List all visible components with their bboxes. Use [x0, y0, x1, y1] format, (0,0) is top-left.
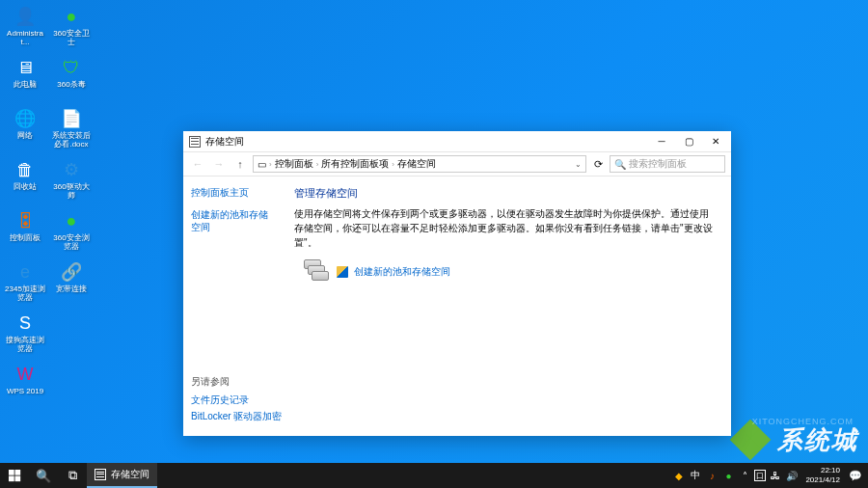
sidebar-home-link[interactable]: 控制面板主页	[191, 186, 272, 199]
see-also-header: 另请参阅	[191, 375, 287, 389]
content-description: 使用存储空间将文件保存到两个或更多驱动器，以便在驱动器发生故障时为你提供保护。通…	[294, 206, 717, 250]
breadcrumb-icon: ▭	[258, 159, 266, 170]
taskbar-clock[interactable]: 22:10 2021/4/12	[801, 466, 844, 484]
create-pool-action[interactable]: 创建新的池和存储空间	[304, 259, 717, 285]
breadcrumb[interactable]: ▭ › 控制面板 › 所有控制面板项 › 存储空间 ⌄	[253, 155, 586, 173]
forward-button[interactable]: →	[210, 155, 228, 173]
watermark-logo: 系统城	[731, 420, 858, 459]
minimize-button[interactable]: ─	[648, 132, 675, 151]
titlebar[interactable]: 存储空间 ─ ▢ ✕	[183, 131, 731, 152]
disks-icon	[304, 259, 331, 285]
sidebar-create-link[interactable]: 创建新的池和存储空间	[191, 208, 272, 233]
desktop-icon-recycle[interactable]: 🗑回收站	[5, 158, 45, 204]
search-icon: 🔍	[614, 159, 626, 170]
refresh-button[interactable]: ⟳	[590, 156, 606, 172]
see-also-file-history[interactable]: 文件历史记录	[191, 393, 287, 406]
up-button[interactable]: ↑	[231, 155, 249, 173]
task-view-button[interactable]: ⧉	[58, 463, 87, 488]
desktop-icon-sogou[interactable]: S搜狗高速浏览器	[5, 312, 45, 358]
tray-network-icon[interactable]: 🖧	[769, 469, 782, 482]
desktop-icon-administrator[interactable]: 👤Administrat...	[5, 5, 45, 51]
storage-spaces-window: 存储空间 ─ ▢ ✕ ← → ↑ ▭ › 控制面板 › 所有控制面板项 › 存储…	[183, 131, 731, 436]
crumb-all-items[interactable]: 所有控制面板项	[321, 157, 389, 171]
taskbar: 🔍 ⧉ 存储空间 ◆ 中 ♪ ● ˄ 口 🖧 🔊 22:10 2021/4/12…	[0, 463, 868, 488]
see-also-bitlocker[interactable]: BitLocker 驱动器加密	[191, 410, 287, 422]
svg-rect-0	[9, 470, 14, 475]
tray-input-icon[interactable]: 口	[754, 470, 766, 481]
tray-volume-icon[interactable]: 🔊	[785, 469, 799, 482]
svg-rect-1	[14, 470, 20, 475]
tray-icon-1[interactable]: ◆	[672, 469, 686, 482]
desktop-icon-ctrl-panel[interactable]: 🎛控制面板	[5, 209, 45, 256]
sidebar: 控制面板主页 创建新的池和存储空间 另请参阅 文件历史记录 BitLocker …	[183, 176, 280, 436]
desktop-icon-360-browser[interactable]: ●360安全浏览器	[51, 209, 92, 256]
desktop-icon-360-driver[interactable]: ⚙360驱动大师	[51, 158, 92, 204]
system-tray: ◆ 中 ♪ ● ˄ 口 🖧 🔊 22:10 2021/4/12 💬	[672, 463, 868, 488]
breadcrumb-dropdown-icon[interactable]: ⌄	[575, 160, 582, 169]
crumb-control-panel[interactable]: 控制面板	[275, 157, 313, 171]
task-icon	[95, 469, 106, 480]
window-title: 存储空间	[205, 135, 648, 149]
task-storage-spaces[interactable]: 存储空间	[87, 463, 157, 488]
start-button[interactable]	[0, 463, 29, 488]
desktop-icon-this-pc[interactable]: 🖥此电脑	[5, 56, 45, 102]
search-button[interactable]: 🔍	[29, 463, 58, 488]
content-heading: 管理存储空间	[294, 186, 717, 201]
tray-icon-2[interactable]: ♪	[705, 469, 719, 482]
close-button[interactable]: ✕	[702, 132, 729, 151]
desktop-icon-broadband[interactable]: 🔗宽带连接	[51, 260, 92, 307]
tray-ime-icon[interactable]: 中	[689, 469, 702, 482]
window-icon	[189, 136, 201, 148]
desktop-icon-wps[interactable]: WWPS 2019	[5, 363, 45, 409]
back-button[interactable]: ←	[189, 155, 206, 173]
content: 管理存储空间 使用存储空间将文件保存到两个或更多驱动器，以便在驱动器发生故障时为…	[280, 176, 731, 436]
tray-360-icon[interactable]: ●	[721, 469, 735, 482]
maximize-button[interactable]: ▢	[675, 132, 702, 151]
notifications-button[interactable]: 💬	[847, 463, 864, 488]
desktop-icon-360-safe[interactable]: ●360安全卫士	[51, 5, 92, 51]
search-input[interactable]: 🔍 搜索控制面板	[610, 155, 725, 173]
watermark-url: XITONGCHENG.COM	[752, 417, 854, 426]
svg-rect-3	[14, 475, 20, 481]
create-pool-link[interactable]: 创建新的池和存储空间	[354, 265, 450, 279]
crumb-storage[interactable]: 存储空间	[397, 157, 436, 171]
shield-icon	[337, 266, 348, 278]
svg-rect-2	[9, 475, 14, 481]
desktop-icon-network[interactable]: 🌐网络	[5, 107, 45, 153]
tray-chevron-icon[interactable]: ˄	[738, 469, 751, 482]
desktop-icon-docx[interactable]: 📄系统安装后必看.docx	[51, 107, 92, 153]
see-also: 另请参阅 文件历史记录 BitLocker 驱动器加密	[191, 375, 287, 426]
desktop-icon-ie[interactable]: e2345加速浏览器	[5, 260, 45, 307]
address-bar: ← → ↑ ▭ › 控制面板 › 所有控制面板项 › 存储空间 ⌄ ⟳ 🔍 搜索…	[183, 152, 731, 176]
desktop-icon-360-shadu[interactable]: 🛡360杀毒	[51, 56, 92, 102]
